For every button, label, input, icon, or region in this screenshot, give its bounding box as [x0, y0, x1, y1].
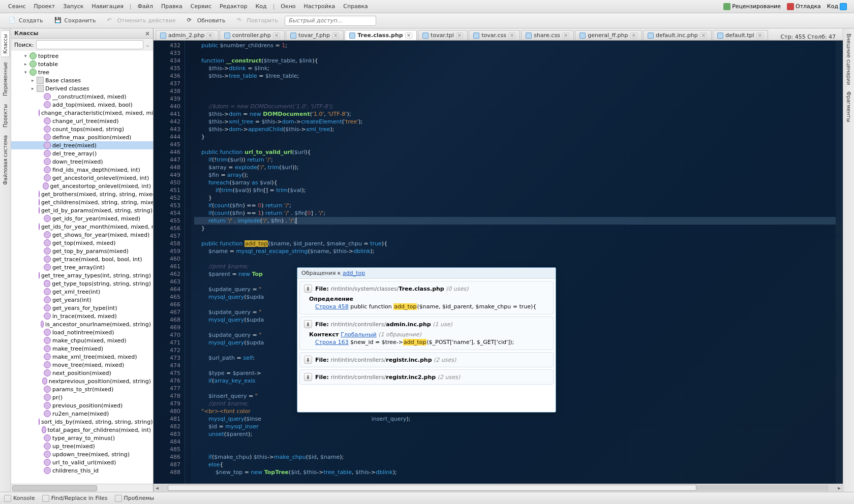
menu-codemode[interactable]: Код	[824, 1, 850, 12]
editor-tab[interactable]: general_ff.php×	[575, 30, 642, 40]
status-konsole[interactable]: Konsole	[4, 495, 35, 502]
tree-node[interactable]: get_brothers(mixed, string, string, mixe…	[11, 190, 153, 198]
tree-node[interactable]: get_trace(mixed, bool, bool, int)	[11, 255, 153, 263]
menu-session[interactable]: Сеанс	[4, 1, 29, 12]
menu-file[interactable]: Файл	[134, 1, 157, 12]
tree-node[interactable]: count_tops(mixed, string)	[11, 125, 153, 133]
refresh-button[interactable]: ⟳Обновить	[182, 15, 230, 27]
tree-node[interactable]: nextprevious_position(mixed, string)	[11, 377, 153, 385]
tab-close-icon[interactable]: ×	[405, 33, 412, 39]
editor-vscrollbar[interactable]	[836, 41, 843, 484]
editor-tab[interactable]: tovar_f.php×	[286, 30, 344, 40]
tree-node[interactable]: make_chpu(mixed, mixed)	[11, 336, 153, 344]
tree-node[interactable]: get_years(int)	[11, 296, 153, 304]
tree-node[interactable]: change_characteristic(mixed, mixed, mixe…	[11, 109, 153, 117]
quick-access-input[interactable]	[285, 16, 376, 26]
class-tree[interactable]: ▾toptree▸totable▾tree▸Base classes▸Deriv…	[11, 51, 153, 484]
usage-line-link[interactable]: Строка 163	[315, 339, 349, 345]
editor-tab[interactable]: controller.php×	[220, 30, 285, 40]
expand-icon[interactable]: ⬇	[304, 373, 312, 381]
editor-tab[interactable]: share.css×	[521, 30, 574, 40]
tree-node[interactable]: get_tree_array_types(int, string, string…	[11, 271, 153, 279]
tab-close-icon[interactable]: ×	[562, 33, 569, 39]
tree-node[interactable]: get_ids_for_year_month(mixed, mixed, mix…	[11, 223, 153, 231]
tree-node[interactable]: find_ids_max_depth(mixed, int)	[11, 166, 153, 174]
tree-node[interactable]: sort_ids_by(mixed, string, string, strin…	[11, 418, 153, 426]
class-search-input[interactable]	[36, 40, 143, 49]
tree-node[interactable]: childrens_this_id	[11, 466, 153, 475]
tree-node[interactable]: total_pages_for_childrens(mixed, int)	[11, 426, 153, 434]
tree-node[interactable]: type_array_to_minus()	[11, 434, 153, 442]
tree-node[interactable]: down_tree(mixed)	[11, 158, 153, 166]
tab-close-icon[interactable]: ×	[206, 33, 214, 39]
tree-node[interactable]: ▾tree	[11, 68, 153, 76]
tab-close-icon[interactable]: ×	[273, 33, 280, 39]
editor-hscrollbar[interactable]: ◂▸	[154, 484, 843, 492]
tree-node[interactable]: ▸Base classes	[11, 76, 153, 84]
expand-icon[interactable]: ⬇	[304, 320, 312, 328]
editor-tab[interactable]: default.inc.php×	[643, 30, 712, 40]
tree-node[interactable]: del_tree_array()	[11, 149, 153, 158]
tab-close-icon[interactable]: ×	[456, 33, 463, 39]
search-clear-icon[interactable]: ⌄	[145, 42, 150, 48]
tree-node[interactable]: get_ids_for_year(mixed, mixed)	[11, 214, 153, 223]
tree-node[interactable]: get_id_by_params(mixed, string, string)	[11, 206, 153, 214]
tree-node[interactable]: ▸totable	[11, 60, 153, 68]
tab-close-icon[interactable]: ×	[332, 33, 339, 39]
expand-icon[interactable]: ⬇	[304, 356, 312, 364]
expand-icon[interactable]: ⬇	[304, 285, 312, 293]
tree-node[interactable]: move_tree(mixed, mixed)	[11, 361, 153, 369]
rail-variables[interactable]: Переменные	[1, 58, 10, 100]
tree-node[interactable]: up_tree(mixed)	[11, 442, 153, 450]
tree-node[interactable]: define_max_position(mixed)	[11, 133, 153, 141]
tree-node[interactable]: get_top(mixed, mixed)	[11, 239, 153, 247]
menu-edit[interactable]: Правка	[157, 1, 187, 12]
tree-node[interactable]: del_tree(mixed)	[11, 141, 153, 149]
tree-node[interactable]: load_notintree(mixed)	[11, 328, 153, 336]
status-problems[interactable]: Проблемы	[115, 495, 155, 502]
tab-close-icon[interactable]: ×	[700, 33, 707, 39]
line-gutter[interactable]: 4324334344354364374384394404414424434444…	[154, 41, 185, 484]
editor-tab[interactable]: admin_2.php×	[156, 30, 219, 40]
status-find[interactable]: Find/Replace in Files	[42, 495, 108, 502]
tree-node[interactable]: params_to_str(mixed)	[11, 385, 153, 393]
tab-close-icon[interactable]: ×	[630, 33, 637, 39]
usage-file-item[interactable]: ⬇File: rintintin/controllers/registr.inc…	[299, 352, 554, 367]
tree-node[interactable]: get_shows_for_year(mixed, mixed)	[11, 231, 153, 239]
tree-node[interactable]: next_position(mixed)	[11, 369, 153, 377]
rail-projects[interactable]: Проекты	[1, 101, 10, 131]
create-button[interactable]: 📄Создать	[4, 15, 48, 27]
rail-external-scripts[interactable]: Внешние сценарии	[845, 30, 852, 88]
usage-line-link[interactable]: Строка 458	[315, 303, 349, 310]
tree-node[interactable]: url_to_valid_url(mixed)	[11, 458, 153, 466]
tab-close-icon[interactable]: ×	[756, 33, 764, 39]
menu-project[interactable]: Проект	[29, 1, 59, 12]
tree-node[interactable]: get_years_for_type(int)	[11, 304, 153, 312]
menu-debug[interactable]: Отладка	[784, 1, 824, 12]
menu-navigation[interactable]: Навигация	[87, 1, 127, 12]
tree-node[interactable]: get_top_by_params(mixed)	[11, 247, 153, 255]
menu-service[interactable]: Сервис	[187, 1, 216, 12]
rail-classes[interactable]: Классы	[2, 30, 10, 57]
menu-editor[interactable]: Редактор	[216, 1, 252, 12]
menu-help[interactable]: Справка	[339, 1, 372, 12]
tab-close-icon[interactable]: ×	[508, 33, 515, 39]
fold-gutter[interactable]	[185, 41, 191, 484]
tree-node[interactable]: get_tree_array(int)	[11, 263, 153, 271]
panel-close-icon[interactable]: ×	[145, 30, 150, 37]
tree-node[interactable]: add_top(mixed, mixed, bool)	[11, 101, 153, 109]
usage-file-item[interactable]: ⬇File: rintintin/system/classes/Tree.cla…	[299, 281, 554, 314]
editor-tab[interactable]: tovar.css×	[469, 30, 520, 40]
rail-snippets[interactable]: Фрагменты	[845, 88, 852, 125]
tree-node[interactable]: updown_tree(mixed, string)	[11, 450, 153, 458]
menu-code[interactable]: Код	[251, 1, 270, 12]
usage-file-item[interactable]: ⬇File: rintintin/controllers/registr.inc…	[299, 369, 554, 385]
tree-node[interactable]: ru2en_name(mixed)	[11, 410, 153, 418]
editor-tab[interactable]: Tree.class.php×	[345, 30, 417, 40]
tree-node[interactable]: get_xml_tree(int)	[11, 288, 153, 296]
tree-node[interactable]: ▸Derived classes	[11, 84, 153, 92]
tree-node[interactable]: get_type_tops(string, string, string)	[11, 279, 153, 288]
save-button[interactable]: 💾Сохранить	[50, 15, 101, 27]
undo-button[interactable]: ↶Отменить действие	[102, 15, 180, 27]
tree-node[interactable]: is_ancestor_onurlname(mixed, string)	[11, 320, 153, 328]
